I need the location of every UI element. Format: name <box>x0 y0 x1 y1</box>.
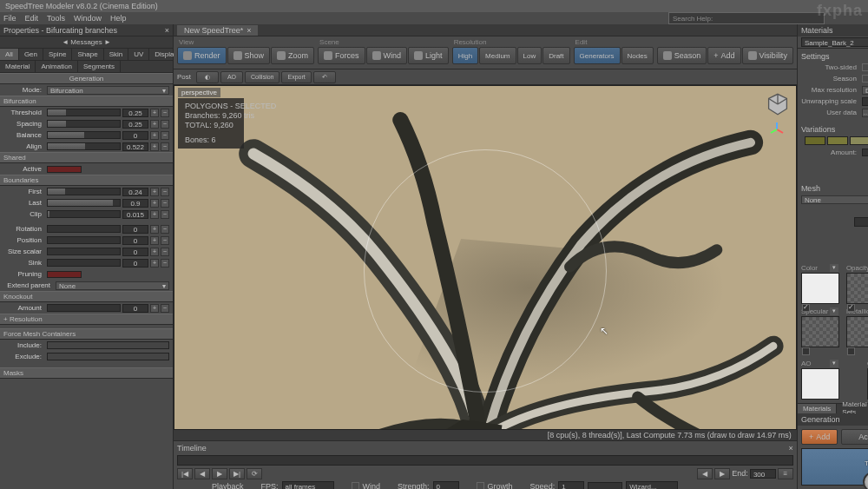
btn-curve[interactable]: ~ <box>161 236 169 245</box>
generation-graph[interactable]: Tree Trunk Cap Bifurcating branches <box>801 448 868 486</box>
map-opacity-thumb[interactable]: ▾ <box>846 273 868 304</box>
first-slider[interactable] <box>47 188 121 195</box>
spacing-slider[interactable] <box>47 120 121 128</box>
season-button[interactable]: Season <box>657 47 707 64</box>
threshold-value[interactable]: 0.25 <box>122 109 148 117</box>
strength-value[interactable]: 0 <box>433 481 459 489</box>
map-metallic-thumb[interactable]: ▾ <box>846 316 868 347</box>
res-low-button[interactable]: Low <box>517 47 542 64</box>
wizard-button[interactable]: Wizard... <box>626 481 678 489</box>
exclude-field[interactable] <box>47 353 169 360</box>
btn-curve[interactable]: ~ <box>161 199 169 208</box>
speed-value[interactable]: 1 <box>558 481 584 489</box>
swatch-2[interactable] <box>827 136 848 145</box>
timeline-track[interactable] <box>177 455 793 466</box>
menu-file[interactable]: File <box>3 14 16 23</box>
gen-add-button[interactable]: +Add <box>801 429 838 445</box>
btn-curve[interactable]: ~ <box>161 142 169 151</box>
doc-tab[interactable]: New SpeedTree*× <box>177 25 258 36</box>
tab-segments[interactable]: Segments <box>78 61 121 72</box>
btn-curve[interactable]: ~ <box>161 131 169 140</box>
visibility-button[interactable]: Visibility <box>742 47 793 64</box>
mesh-dropdown[interactable]: None <box>801 195 868 204</box>
btn-curve[interactable]: ~ <box>161 259 169 268</box>
position-value[interactable]: 0 <box>122 236 148 245</box>
size-value[interactable]: 0 <box>122 248 148 256</box>
zoom-button[interactable]: Zoom <box>271 47 314 64</box>
balance-value[interactable]: 0 <box>122 131 148 140</box>
pruning-indicator[interactable] <box>47 271 82 278</box>
post-collision-button[interactable]: Collision <box>245 71 279 83</box>
swatch-1[interactable] <box>805 136 825 145</box>
end-value[interactable]: 300 <box>750 469 776 479</box>
fps-dropdown[interactable]: all frames <box>282 481 334 489</box>
wind-checkbox[interactable] <box>352 482 359 489</box>
first-value[interactable]: 0.24 <box>122 188 148 196</box>
nodes-button[interactable]: Nodes <box>621 47 654 64</box>
tab-materials[interactable]: Materials <box>798 404 837 413</box>
btn-inc[interactable]: + <box>150 109 159 117</box>
tab-matsets[interactable]: Material Sets <box>837 404 868 413</box>
tab-all[interactable]: All <box>0 49 19 60</box>
forces-button[interactable]: Forces <box>318 47 365 64</box>
btn-curve[interactable]: ~ <box>161 225 169 234</box>
growth-checkbox[interactable] <box>477 482 484 489</box>
close-icon[interactable]: × <box>165 26 169 35</box>
clip-slider[interactable] <box>47 210 121 218</box>
section-bifurcation[interactable]: Bifurcation <box>0 96 173 107</box>
last-value[interactable]: 0.9 <box>122 199 148 208</box>
btn-inc[interactable]: + <box>150 210 159 219</box>
btn-inc[interactable]: + <box>150 120 159 129</box>
twosided-checkbox[interactable] <box>862 63 868 71</box>
mode-dropdown[interactable]: Bifurcation <box>47 86 169 95</box>
close-icon[interactable]: × <box>247 26 251 35</box>
node-tree[interactable] <box>863 472 868 490</box>
section-masks[interactable]: Masks <box>0 367 173 379</box>
userdata-button[interactable]: … <box>862 109 868 117</box>
include-field[interactable] <box>47 341 169 349</box>
extend-dropdown[interactable]: None <box>56 281 169 290</box>
res-medium-button[interactable]: Medium <box>479 47 516 64</box>
step-back-button[interactable]: ◀ <box>194 468 210 479</box>
tab-uv[interactable]: UV <box>128 49 149 60</box>
goto-start-button[interactable]: |◀ <box>177 468 193 479</box>
step-fwd-button[interactable]: ▶| <box>229 468 245 479</box>
btn-inc[interactable]: + <box>150 259 159 268</box>
tab-skin[interactable]: Skin <box>104 49 129 60</box>
btn-inc[interactable]: + <box>150 188 159 196</box>
wind-button[interactable]: Wind <box>366 47 408 64</box>
btn-curve[interactable]: ~ <box>161 248 169 256</box>
map-specular-thumb[interactable]: ▾ <box>801 316 839 347</box>
tab-shape[interactable]: Shape <box>72 49 103 60</box>
active-indicator[interactable] <box>47 166 82 173</box>
section-knockout[interactable]: Knockout <box>0 291 173 302</box>
btn-curve[interactable]: ~ <box>161 210 169 219</box>
btn-inc[interactable]: + <box>150 236 159 245</box>
loop-button[interactable]: ⟳ <box>247 468 262 479</box>
align-slider[interactable] <box>47 142 121 150</box>
generators-button[interactable]: Generators <box>574 47 621 64</box>
maxres-dropdown[interactable]: Default <box>862 86 868 95</box>
show-button[interactable]: Show <box>227 47 271 64</box>
var-amount-slider[interactable] <box>862 149 868 156</box>
res-draft-button[interactable]: Draft <box>542 47 569 64</box>
btn-inc[interactable]: + <box>150 248 159 256</box>
res-high-button[interactable]: High <box>452 47 478 64</box>
clip-value[interactable]: 0.015 <box>122 210 148 219</box>
post-btn-0[interactable]: ◐ <box>196 71 219 83</box>
material-name-input[interactable]: Sample_Bark_2 <box>801 37 868 47</box>
add-button[interactable]: +Add <box>707 47 740 64</box>
threshold-slider[interactable] <box>47 109 121 116</box>
btn-curve[interactable]: ~ <box>161 120 169 129</box>
btn-inc[interactable]: + <box>150 225 159 234</box>
sink-value[interactable]: 0 <box>122 259 148 268</box>
amount-value[interactable]: 0 <box>122 304 148 313</box>
btn-inc[interactable]: + <box>150 142 159 151</box>
post-btn-4[interactable]: ↶ <box>313 71 336 83</box>
tab-gen[interactable]: Gen <box>19 49 43 60</box>
messages-tab[interactable]: ◄ Messages ► <box>0 36 173 49</box>
balance-slider[interactable] <box>47 131 121 139</box>
axis-gizmo-icon[interactable] <box>768 121 786 138</box>
menu-tools[interactable]: Tools <box>47 14 65 23</box>
menu-window[interactable]: Window <box>74 14 102 23</box>
